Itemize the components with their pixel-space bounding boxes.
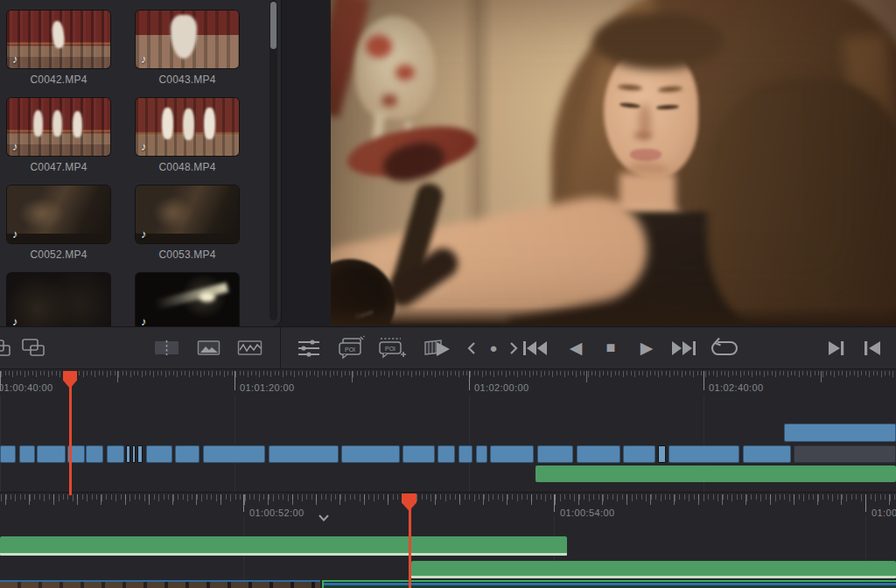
timeline-clip-video-1[interactable]	[490, 445, 534, 463]
timeline-clip-audio-1[interactable]	[536, 466, 896, 482]
timeline-clip-video-1[interactable]	[107, 445, 124, 463]
media-clip-thumbnail[interactable]: ♪	[7, 98, 110, 156]
ruler-tick	[44, 371, 45, 375]
timeline-clip-video-1[interactable]	[132, 445, 136, 463]
ruler-tick	[661, 494, 662, 501]
media-clip-thumbnail[interactable]: ♪	[136, 98, 239, 156]
timeline-clip-audio-a[interactable]	[0, 536, 567, 556]
timeline-clip-video-1[interactable]	[458, 445, 472, 463]
goto-end-icon[interactable]	[669, 327, 697, 368]
timeline-clip-video-1[interactable]	[175, 445, 200, 463]
step-forward-icon[interactable]	[508, 327, 520, 368]
ruler-tick	[737, 494, 738, 500]
poi-add-icon[interactable]: POI	[376, 327, 406, 368]
ruler-tick	[200, 371, 201, 377]
stop-icon[interactable]: ■	[600, 327, 621, 368]
clip-pair-icon[interactable]	[19, 327, 47, 368]
ruler-tick	[302, 371, 303, 375]
ruler-tick	[275, 371, 276, 375]
ruler-tick-medium	[531, 494, 532, 505]
timeline-clip-video-1[interactable]	[438, 445, 455, 463]
ruler-tick	[396, 371, 397, 375]
ruler-tick	[828, 494, 829, 500]
media-clip-thumbnail[interactable]: ♪	[7, 273, 110, 326]
adjust-tools-icon[interactable]	[296, 327, 322, 368]
timeline-clip-video-1[interactable]	[86, 445, 103, 463]
media-clip-thumbnail[interactable]: ♪	[136, 10, 239, 68]
ruler-tick	[576, 371, 577, 377]
media-clip-thumbnail[interactable]: ♪	[136, 273, 239, 326]
ruler-tick-medium	[268, 494, 269, 505]
timeline-clip-video-1[interactable]	[623, 445, 655, 463]
ruler-tick	[430, 494, 431, 501]
media-clip-thumbnail[interactable]: ♪	[7, 186, 110, 243]
media-clip-thumbnail[interactable]: ♪	[7, 10, 110, 68]
ruler-tick	[63, 494, 64, 500]
goto-start-icon[interactable]	[522, 327, 550, 368]
ruler-timecode-label: 01:00:54:00	[560, 508, 615, 518]
timeline-detail[interactable]: 01:00:52:0001:00:54:0001:00:56:00	[0, 493, 896, 588]
timeline-clip-video-1[interactable]	[476, 445, 487, 463]
dissolve-view-icon[interactable]	[154, 327, 180, 368]
step-back-icon[interactable]	[466, 327, 478, 368]
ruler-tick	[164, 494, 164, 500]
timeline-clip-video-1[interactable]	[126, 445, 130, 463]
ruler-tick	[636, 494, 637, 500]
timeline-clip-video-1[interactable]	[269, 445, 339, 463]
timeline-clip-video-1[interactable]	[203, 445, 265, 463]
preview-play-icon[interactable]	[422, 327, 453, 368]
play-icon[interactable]: ▶	[636, 327, 657, 368]
waveform-view-icon[interactable]	[237, 327, 263, 368]
media-clip-thumbnail[interactable]: ♪	[136, 186, 239, 243]
ruler-tick-medium	[364, 494, 365, 505]
timeline-clip-video-1[interactable]	[402, 445, 435, 463]
poi-detect-icon[interactable]: POI	[336, 327, 366, 368]
timeline-clip-video-1[interactable]	[537, 445, 573, 463]
timeline-clip-video-1[interactable]	[668, 445, 739, 463]
scrollbar-thumb[interactable]	[270, 2, 276, 49]
ruler-tick-medium	[77, 494, 78, 505]
loop-icon[interactable]	[709, 327, 740, 368]
timeline-clip-video-1[interactable]	[743, 445, 791, 463]
play-reverse-icon[interactable]: ◀	[565, 327, 586, 368]
ruler-tick	[345, 371, 346, 375]
ruler-dropdown-chevron-icon[interactable]	[317, 510, 331, 526]
ruler-tick	[341, 371, 342, 377]
ruler-tick	[724, 371, 725, 375]
timeline-overview[interactable]: 01:00:40:0001:01:20:0001:02:00:0001:02:4…	[0, 369, 896, 492]
ruler-tick	[251, 371, 252, 375]
ruler-tick	[32, 371, 33, 375]
clip-pair-partial-icon[interactable]	[0, 327, 12, 368]
media-pool-scrollbar[interactable]	[270, 0, 277, 320]
ruler-tick	[121, 494, 122, 500]
timeline-clip-video-1[interactable]	[0, 445, 16, 463]
ruler-tick	[595, 371, 596, 375]
timeline-clip-video-1[interactable]	[19, 445, 35, 463]
media-clip-name: C0048.MP4	[136, 156, 239, 173]
viewer-frame[interactable]: Canon	[331, 0, 896, 326]
timeline-clip-video-1-tail[interactable]	[794, 445, 896, 463]
timeline-clip-video-1[interactable]	[577, 445, 620, 463]
ruler-tick	[278, 494, 279, 500]
ruler-tick-major	[234, 371, 235, 390]
ruler-tick-medium	[507, 494, 508, 505]
next-edit-icon[interactable]	[825, 327, 848, 368]
ruler-tick	[732, 494, 732, 501]
ruler-tick	[392, 371, 393, 375]
timeline-clip-audio-b[interactable]	[411, 561, 896, 578]
timeline-clip-video-1[interactable]	[146, 445, 172, 463]
previous-edit-icon[interactable]	[861, 327, 884, 368]
timeline-clip-video-1[interactable]	[137, 445, 143, 463]
ruler-tick	[436, 494, 437, 500]
ruler-tick	[216, 371, 217, 375]
timeline-clip-video-1[interactable]	[341, 445, 400, 463]
timeline-clip-video-1[interactable]	[658, 445, 666, 463]
timeline-clip-video-2[interactable]	[784, 424, 896, 442]
ruler-tick	[522, 371, 522, 375]
ruler-tick	[741, 494, 742, 500]
ruler-tick	[267, 371, 268, 375]
record-icon[interactable]: ●	[486, 327, 500, 368]
timeline-clip-video-film[interactable]	[0, 580, 320, 588]
timeline-clip-video-1[interactable]	[37, 445, 66, 463]
image-view-icon[interactable]	[197, 327, 221, 368]
